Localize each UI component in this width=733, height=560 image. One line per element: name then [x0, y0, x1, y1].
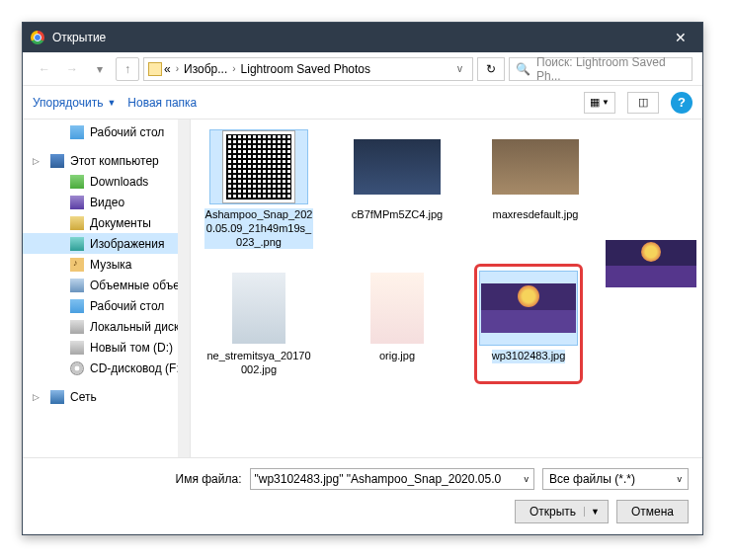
breadcrumb-ellipsis: «: [164, 62, 171, 76]
sidebar-item-label: Сеть: [70, 390, 97, 404]
sidebar-item[interactable]: Музыка: [23, 254, 190, 275]
file-label: maxresdefault.jpg: [493, 208, 579, 222]
cd-icon: [70, 361, 84, 375]
search-icon: 🔍: [516, 62, 530, 76]
sidebar-item[interactable]: Видео: [23, 192, 190, 212]
filename-input[interactable]: [250, 468, 534, 490]
sidebar-item[interactable]: CD-дисковод (F:: [23, 358, 190, 378]
sidebar: Рабочий стол▷Этот компьютерDownloadsВиде…: [23, 120, 191, 457]
file-thumbnail: [348, 271, 447, 346]
folder-icon: [148, 62, 162, 76]
sidebar-item[interactable]: Документы: [23, 212, 190, 233]
file-thumbnail: [348, 129, 447, 204]
net-icon: [50, 390, 64, 404]
open-button[interactable]: Открыть ▼: [515, 500, 609, 523]
refresh-button[interactable]: ↻: [477, 57, 505, 81]
close-button[interactable]: ✕: [659, 23, 702, 52]
titlebar: Открытие ✕: [23, 23, 702, 52]
desktop-icon: [70, 299, 84, 313]
chevron-down-icon: ▼: [602, 98, 610, 107]
file-item[interactable]: ne_stremitsya_20170002.jpg: [204, 271, 313, 377]
file-thumbnail: [209, 129, 308, 204]
vol-icon: [70, 279, 84, 292]
preview-pane-button[interactable]: ◫: [627, 92, 659, 114]
sidebar-item[interactable]: ▷Этот компьютер: [23, 150, 190, 171]
search-input[interactable]: 🔍 Поиск: Lightroom Saved Ph...: [509, 57, 692, 81]
breadcrumb[interactable]: « › Изобр... › Lightroom Saved Photos v: [143, 57, 473, 81]
chevron-down-icon: v: [678, 474, 683, 484]
dialog-body: Рабочий стол▷Этот компьютерDownloadsВиде…: [23, 120, 702, 457]
file-label: orig.jpg: [379, 350, 415, 363]
sidebar-item[interactable]: Изображения: [23, 233, 190, 254]
sidebar-item[interactable]: ▷Сеть: [23, 386, 190, 407]
open-split-dropdown[interactable]: ▼: [584, 507, 604, 517]
file-label: ne_stremitsya_20170002.jpg: [204, 350, 313, 377]
disk-icon: [70, 341, 84, 355]
file-label: wp3102483.jpg: [492, 350, 566, 363]
recent-dropdown[interactable]: ▾: [88, 57, 112, 81]
file-item[interactable]: wp3102483.jpg: [474, 264, 583, 384]
sidebar-item-label: Локальный диск: [90, 320, 179, 334]
sidebar-item-label: Downloads: [90, 175, 148, 189]
sidebar-item[interactable]: Локальный диск: [23, 316, 190, 337]
file-thumbnail: [209, 271, 308, 346]
file-label: Ashampoo_Snap_2020.05.09_21h49m19s_023_.…: [204, 208, 313, 249]
pc-icon: [50, 154, 64, 168]
open-label: Открыть: [529, 505, 576, 519]
sidebar-item[interactable]: Рабочий стол: [23, 121, 190, 142]
sidebar-item-label: Документы: [90, 216, 151, 230]
sidebar-item-label: Рабочий стол: [90, 299, 164, 313]
search-placeholder: Поиск: Lightroom Saved Ph...: [536, 55, 686, 83]
help-button[interactable]: ?: [671, 92, 692, 114]
window-title: Открытие: [52, 31, 659, 44]
file-open-dialog: Открытие ✕ ← → ▾ ↑ « › Изобр... › Lightr…: [22, 22, 703, 535]
cancel-button[interactable]: Отмена: [616, 500, 689, 523]
sidebar-item-label: CD-дисковод (F:: [90, 361, 180, 375]
sidebar-item[interactable]: Новый том (D:): [23, 337, 190, 358]
sidebar-item-label: Этот компьютер: [70, 154, 159, 168]
file-item[interactable]: Ashampoo_Snap_2020.05.09_21h49m19s_023_.…: [204, 129, 313, 249]
sidebar-item[interactable]: Объемные объек: [23, 275, 190, 295]
sidebar-item[interactable]: Рабочий стол: [23, 295, 190, 316]
expand-icon[interactable]: ▷: [33, 156, 40, 166]
video-icon: [70, 196, 84, 209]
preview-pane-thumbnail: [606, 240, 696, 287]
sidebar-item-label: Изображения: [90, 237, 164, 251]
breadcrumb-part[interactable]: Lightroom Saved Photos: [241, 62, 370, 76]
file-type-filter[interactable]: Все файлы (*.*) v: [542, 468, 689, 490]
chevron-down-icon[interactable]: v: [451, 63, 468, 74]
sidebar-item-label: Музыка: [90, 258, 131, 272]
nav-row: ← → ▾ ↑ « › Изобр... › Lightroom Saved P…: [23, 52, 702, 86]
chrome-icon: [31, 31, 44, 44]
sidebar-item-label: Объемные объек: [90, 279, 185, 292]
organize-label: Упорядочить: [33, 96, 103, 110]
desktop-icon: [70, 125, 84, 139]
img-icon: [70, 237, 84, 251]
new-folder-button[interactable]: Новая папка: [127, 96, 197, 110]
forward-button[interactable]: →: [60, 57, 84, 81]
breadcrumb-part[interactable]: Изобр...: [184, 62, 227, 76]
file-item[interactable]: orig.jpg: [343, 271, 451, 377]
filename-label: Имя файла:: [176, 472, 242, 486]
footer: Имя файла: v Все файлы (*.*) v Открыть ▼…: [23, 457, 702, 535]
sidebar-item-label: Рабочий стол: [90, 125, 164, 139]
preview-icon: ◫: [638, 96, 648, 109]
view-mode-button[interactable]: ▦▼: [584, 92, 615, 114]
up-button[interactable]: ↑: [116, 57, 139, 81]
sidebar-item[interactable]: Downloads: [23, 171, 190, 192]
file-item[interactable]: maxresdefault.jpg: [481, 129, 590, 249]
back-button[interactable]: ←: [33, 57, 56, 81]
sidebar-item-label: Видео: [90, 196, 124, 209]
disk-icon: [70, 320, 84, 334]
sidebar-item-label: Новый том (D:): [90, 341, 173, 355]
organize-menu[interactable]: Упорядочить ▼: [33, 96, 116, 110]
chevron-down-icon[interactable]: v: [525, 474, 529, 484]
chevron-right-icon: ›: [173, 63, 182, 74]
chevron-down-icon: ▼: [107, 98, 116, 108]
file-item[interactable]: cB7fMPm5ZC4.jpg: [343, 129, 451, 249]
note-icon: [70, 258, 84, 272]
file-list[interactable]: Ashampoo_Snap_2020.05.09_21h49m19s_023_.…: [191, 120, 702, 457]
expand-icon[interactable]: ▷: [33, 392, 40, 402]
toolbar: Упорядочить ▼ Новая папка ▦▼ ◫ ?: [23, 86, 702, 120]
doc-icon: [70, 216, 84, 230]
